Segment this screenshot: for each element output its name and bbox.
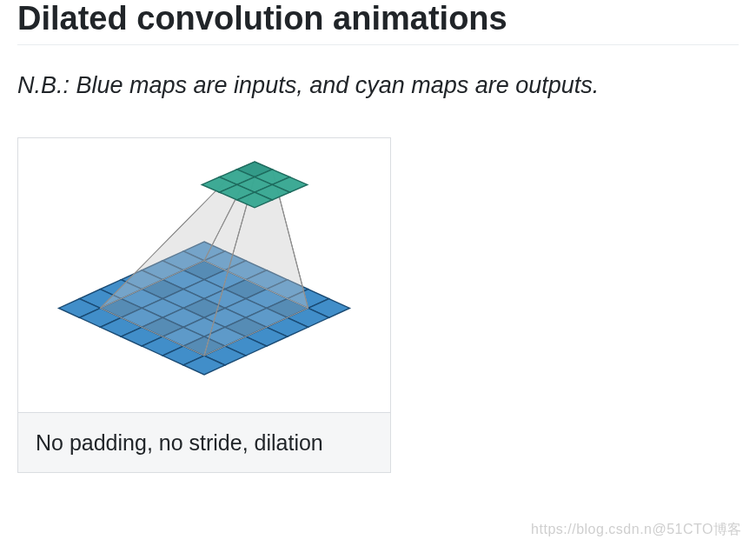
watermark-text: https://blog.csdn.n@51CTO博客: [531, 521, 742, 539]
figure-card: No padding, no stride, dilation: [17, 137, 391, 474]
figure-caption: No padding, no stride, dilation: [18, 412, 390, 473]
page-title: Dilated convolution animations: [17, 0, 739, 45]
dilated-convolution-icon: [39, 144, 369, 405]
note-text: N.B.: Blue maps are inputs, and cyan map…: [17, 70, 739, 103]
figure-image: [18, 138, 390, 412]
